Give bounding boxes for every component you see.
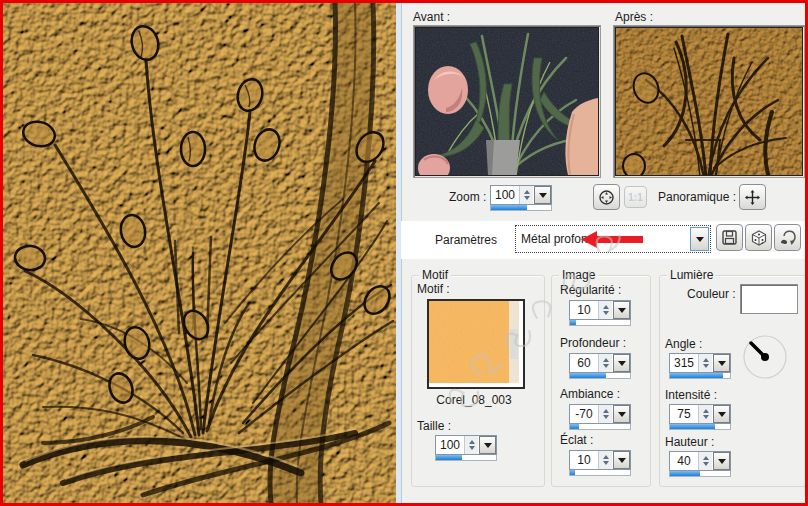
after-preview[interactable] bbox=[613, 25, 805, 178]
pattern-group-title: Motif bbox=[419, 268, 451, 282]
luster-dropdown-button[interactable] bbox=[613, 451, 630, 469]
image-group-title: Image bbox=[559, 268, 598, 282]
depth-dropdown-button[interactable] bbox=[613, 354, 630, 372]
intensity-value[interactable]: 75 bbox=[670, 405, 698, 423]
luster-spinner[interactable]: 10 bbox=[569, 450, 631, 476]
ambience-spinner[interactable]: -70 bbox=[569, 404, 631, 430]
light-group-title: Lumière bbox=[667, 268, 716, 282]
regularity-value[interactable]: 10 bbox=[570, 301, 598, 319]
red-annotation-arrow bbox=[581, 231, 643, 248]
angle-spin-buttons[interactable] bbox=[698, 354, 712, 372]
ambience-spin-buttons[interactable] bbox=[598, 405, 612, 423]
size-value[interactable]: 100 bbox=[436, 436, 464, 454]
regularity-spin-buttons[interactable] bbox=[598, 301, 612, 319]
intensity-dropdown-button[interactable] bbox=[713, 405, 730, 423]
ambience-label: Ambiance : bbox=[560, 387, 620, 401]
after-label: Après : bbox=[615, 10, 653, 24]
embossed-canvas-image bbox=[3, 3, 396, 503]
save-preset-button[interactable] bbox=[716, 224, 743, 251]
intensity-label: Intensité : bbox=[665, 388, 717, 402]
actual-size-label: 1:1 bbox=[628, 192, 642, 203]
zoom-spin-buttons[interactable] bbox=[519, 186, 533, 204]
intensity-spin-buttons[interactable] bbox=[698, 405, 712, 423]
light-color-swatch[interactable] bbox=[740, 284, 798, 314]
intensity-spinner[interactable]: 75 bbox=[669, 404, 731, 430]
size-spinner[interactable]: 100 bbox=[435, 435, 497, 461]
pattern-label: Motif : bbox=[417, 282, 450, 296]
angle-spinner[interactable]: 315 bbox=[669, 353, 731, 379]
angle-dropdown-button[interactable] bbox=[713, 354, 730, 372]
pattern-name: Corel_08_003 bbox=[427, 393, 521, 407]
depth-value[interactable]: 60 bbox=[570, 354, 598, 372]
height-spin-buttons[interactable] bbox=[698, 452, 712, 470]
angle-progress bbox=[670, 373, 723, 378]
pan-move-icon bbox=[745, 190, 760, 205]
randomize-button[interactable] bbox=[745, 224, 772, 251]
color-label: Couleur : bbox=[687, 287, 736, 301]
pan-label: Panoramique : bbox=[658, 190, 736, 204]
zoom-progress bbox=[491, 205, 527, 210]
angle-dial[interactable] bbox=[741, 331, 789, 379]
before-preview[interactable] bbox=[413, 25, 601, 178]
luster-progress bbox=[570, 470, 575, 475]
size-label: Taille : bbox=[417, 419, 451, 433]
luster-label: Éclat : bbox=[560, 433, 593, 447]
ambience-dropdown-button[interactable] bbox=[613, 405, 630, 423]
height-spinner[interactable]: 40 bbox=[669, 451, 731, 477]
save-preset-icon bbox=[722, 230, 737, 245]
before-label: Avant : bbox=[413, 10, 450, 24]
luster-spin-buttons[interactable] bbox=[598, 451, 612, 469]
depth-progress bbox=[570, 373, 606, 378]
fit-preview-button[interactable] bbox=[593, 184, 620, 210]
depth-spinner[interactable]: 60 bbox=[569, 353, 631, 379]
actual-size-button: 1:1 bbox=[624, 186, 647, 208]
pattern-swatch[interactable] bbox=[427, 299, 525, 389]
before-preview-image bbox=[416, 28, 598, 175]
fit-preview-icon bbox=[598, 189, 615, 206]
regularity-spinner[interactable]: 10 bbox=[569, 300, 631, 326]
height-label: Hauteur : bbox=[665, 435, 714, 449]
zoom-spinner[interactable]: 100 bbox=[490, 185, 552, 211]
intensity-progress bbox=[670, 424, 715, 429]
pattern-swatch-image bbox=[429, 301, 519, 383]
ambience-value[interactable]: -70 bbox=[570, 405, 598, 423]
ambience-progress bbox=[570, 424, 579, 429]
regularity-label: Régularité : bbox=[560, 283, 621, 297]
size-spin-buttons[interactable] bbox=[464, 436, 478, 454]
depth-label: Profondeur : bbox=[560, 336, 626, 350]
depth-spin-buttons[interactable] bbox=[598, 354, 612, 372]
presets-label: Paramètres bbox=[435, 233, 497, 247]
zoom-dropdown-button[interactable] bbox=[534, 186, 551, 204]
after-preview-image bbox=[616, 28, 802, 175]
reset-icon bbox=[779, 230, 796, 246]
angle-value[interactable]: 315 bbox=[670, 354, 698, 372]
preset-dropdown-button[interactable] bbox=[690, 227, 709, 251]
zoom-value[interactable]: 100 bbox=[491, 186, 519, 204]
effect-dialog: Avant : bbox=[0, 0, 808, 506]
luster-value[interactable]: 10 bbox=[570, 451, 598, 469]
size-dropdown-button[interactable] bbox=[479, 436, 496, 454]
height-value[interactable]: 40 bbox=[670, 452, 698, 470]
regularity-dropdown-button[interactable] bbox=[613, 301, 630, 319]
height-progress bbox=[670, 471, 700, 476]
size-progress bbox=[436, 455, 462, 460]
angle-label: Angle : bbox=[665, 337, 702, 351]
pan-button[interactable] bbox=[739, 184, 766, 210]
regularity-progress bbox=[570, 320, 576, 325]
zoom-label: Zoom : bbox=[449, 190, 486, 204]
height-dropdown-button[interactable] bbox=[713, 452, 730, 470]
reset-button[interactable] bbox=[774, 224, 801, 251]
randomize-icon bbox=[751, 230, 767, 246]
